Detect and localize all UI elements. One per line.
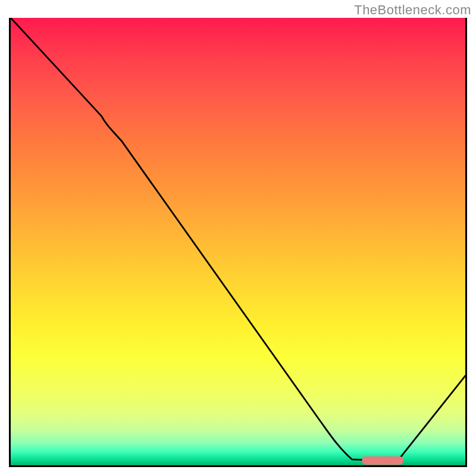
marker-layer xyxy=(11,18,465,465)
chart-container: TheBottleneck.com xyxy=(0,0,476,476)
optimal-range-marker xyxy=(362,456,403,465)
watermark-text: TheBottleneck.com xyxy=(354,2,471,18)
plot-frame xyxy=(9,18,467,467)
